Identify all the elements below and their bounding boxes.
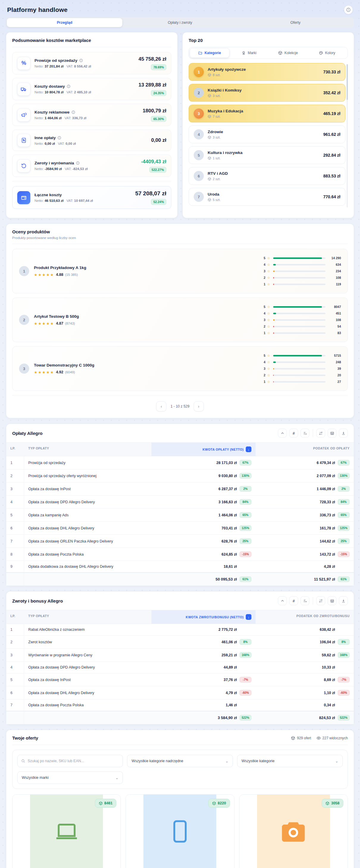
download-icon[interactable] bbox=[339, 596, 348, 605]
pagination-prev-button[interactable]: ‹ bbox=[156, 401, 166, 411]
category-select[interactable]: Wszystkie kategorie⌄ bbox=[237, 755, 343, 767]
top20-scrollbar[interactable] bbox=[347, 64, 348, 208]
vat-label: VAT: bbox=[66, 64, 73, 68]
collapse-icon[interactable] bbox=[278, 429, 287, 438]
top20-tab-marki[interactable]: Marki bbox=[229, 48, 268, 58]
info-icon[interactable] bbox=[76, 161, 80, 165]
page-title: Platformy handlowe bbox=[7, 6, 67, 13]
top20-list-item[interactable]: 4 Zdrowie 3 szt. 961.62 zł bbox=[189, 125, 345, 143]
top20-list-item[interactable]: 7 Uroda 5 szt. 770.64 zł bbox=[189, 188, 345, 206]
eye-icon bbox=[316, 736, 321, 740]
fees-total-row: 50 095,53 zł61% 11 521,97 zł61% bbox=[6, 572, 354, 586]
fee-amount: 703,41 zł bbox=[222, 526, 237, 530]
sort-desc-icon[interactable]: ↓ bbox=[246, 614, 251, 620]
netto-label: Netto: bbox=[34, 90, 44, 94]
fee-type: Opłata za dostawę InPost bbox=[24, 674, 151, 685]
star-outline-icon: ☆ bbox=[267, 373, 270, 377]
return-tax: 59,62 zł bbox=[322, 653, 335, 657]
table-row: 6 Opłata za dostawę DHL Allegro Delivery… bbox=[6, 686, 354, 700]
offers-title: Twoje oferty bbox=[12, 736, 38, 741]
top20-list-item[interactable]: 2 Książki i Komiksy 3 szt. 352.42 zł bbox=[189, 84, 345, 102]
offers-count: 929 ofert bbox=[291, 736, 311, 740]
cost-row-label: Koszty dostawy bbox=[34, 84, 65, 89]
row-number: 5 bbox=[6, 508, 24, 521]
return-amount: 37,76 zł bbox=[224, 678, 237, 682]
star-count: 54 bbox=[327, 324, 341, 328]
rating-bar-row: 3 ☆ 234 bbox=[263, 269, 341, 273]
pagination-next-button[interactable]: › bbox=[194, 401, 204, 411]
folder-icon bbox=[198, 51, 202, 55]
sort-desc-icon[interactable]: ↓ bbox=[246, 446, 251, 452]
download-icon[interactable] bbox=[339, 429, 348, 438]
star-level: 1 bbox=[263, 282, 266, 286]
top20-list-item[interactable]: 1 Artykuły spożywcze 8 szt. 730.33 zł bbox=[189, 63, 345, 81]
top20-list-item[interactable]: 3 Muzyka i Edukacja 7 szt. 465.19 zł bbox=[189, 105, 345, 122]
top20-list-item[interactable]: 6 RTV i AGD 2 szt. 883.53 zł bbox=[189, 167, 345, 185]
box-icon bbox=[212, 801, 216, 805]
quantity-label: 2 szt. bbox=[213, 177, 220, 181]
returns-table-body: 1 Rabat AlleObniżka z oznaczeniem 2 775,… bbox=[6, 624, 354, 711]
brand-select[interactable]: Wszystkie marki⌄ bbox=[17, 771, 123, 784]
page-header: Platformy handlowe bbox=[6, 4, 354, 17]
info-icon[interactable] bbox=[67, 85, 71, 88]
star-count: 248 bbox=[327, 360, 341, 364]
fee-type: Wyrównanie w programie Allegro Ceny bbox=[24, 650, 151, 661]
chevron-down-icon: ⌄ bbox=[335, 759, 338, 763]
top20-tab-kolekcje[interactable]: Kolekcje bbox=[269, 48, 308, 58]
parent-category-select[interactable]: Wszystkie kategorie nadrzędne⌄ bbox=[127, 755, 233, 767]
clear-list-icon[interactable] bbox=[301, 596, 309, 605]
table-view-icon[interactable] bbox=[328, 596, 336, 605]
clear-list-icon[interactable] bbox=[301, 429, 309, 438]
tab-oferty[interactable]: Oferty bbox=[238, 18, 353, 27]
fee-tax: 336,73 zł bbox=[320, 513, 335, 517]
top20-tab-kolory[interactable]: Kolory bbox=[308, 48, 347, 58]
offer-search[interactable] bbox=[17, 755, 123, 767]
row-number: 3 bbox=[6, 483, 24, 495]
info-icon[interactable] bbox=[79, 59, 83, 62]
fee-tax: 161,78 zł bbox=[320, 526, 335, 530]
total-tax-badge: 61% bbox=[338, 577, 350, 582]
pagination-label: 1 - 10 z 529 bbox=[170, 404, 189, 408]
fee-type: Opłata za dostawę ORLEN Paczka Allegro D… bbox=[24, 536, 151, 547]
rating-distribution: 5 ☆ 8047 4 ☆ 451 bbox=[263, 305, 341, 335]
star-level: 2 bbox=[263, 276, 266, 279]
amount-percent-badge: -60% bbox=[240, 690, 251, 695]
top20-tab-kategorie[interactable]: Kategorie bbox=[190, 48, 229, 58]
star-level: 5 bbox=[263, 305, 266, 309]
fee-type: Prowizja od sprzedaży oferty wyróżnionej bbox=[24, 470, 151, 482]
numbers-icon[interactable]: # bbox=[289, 429, 298, 438]
fee-type: Opłata za kampanię Ads bbox=[24, 509, 151, 521]
tab-przeglad[interactable]: Przegląd bbox=[7, 18, 122, 27]
top20-list-item[interactable]: 5 Kultura i rozrywka 1 szt. 292.84 zł bbox=[189, 146, 345, 164]
rating-bar-row: 5 ☆ 8047 bbox=[263, 305, 341, 309]
row-number: 8 bbox=[6, 548, 24, 561]
cost-row-amount: -4409,43 zł bbox=[141, 159, 166, 165]
table-row: 5 Opłata za kampanię Ads 1 464,06 zł65% … bbox=[6, 508, 354, 522]
filter-icon[interactable] bbox=[316, 596, 325, 605]
vat-label: VAT: bbox=[64, 167, 72, 170]
info-icon[interactable] bbox=[72, 110, 75, 114]
returns-total-row: 3 584,90 zł522% 824,53 zł522% bbox=[6, 711, 354, 724]
cost-row-label: Prowizje od sprzedaży bbox=[34, 58, 77, 63]
offer-card: 8461 Produkt Przykładowy A 1kg 590523745… bbox=[12, 794, 121, 868]
cost-summary-card: Podsumowanie kosztów marketplace % bbox=[6, 32, 177, 218]
info-icon[interactable] bbox=[57, 136, 61, 140]
netto-value: 1 464,06 zł bbox=[45, 116, 62, 120]
percent-icon: % bbox=[21, 60, 26, 66]
cost-summary-list: % Prowizje od sprzedaży Netto: 37 201,84… bbox=[12, 52, 171, 177]
collapse-icon[interactable] bbox=[278, 596, 287, 605]
rating-bar-row: 1 ☆ 83 bbox=[263, 331, 341, 335]
tax-percent-badge: -7% bbox=[338, 677, 350, 683]
numbers-icon[interactable]: # bbox=[289, 596, 298, 605]
filter-icon[interactable] bbox=[316, 429, 325, 438]
col-type: TYP OPŁATY bbox=[24, 443, 151, 456]
total-amount: 3 584,90 zł bbox=[218, 715, 237, 720]
box-icon bbox=[99, 801, 103, 805]
tab-oplaty-i-zwroty[interactable]: Opłaty i zwroty bbox=[122, 18, 238, 27]
page-info-button[interactable] bbox=[344, 5, 353, 14]
search-input[interactable] bbox=[28, 759, 119, 763]
cost-row-percent-badge: 65.30% bbox=[151, 116, 166, 122]
palette-icon bbox=[319, 51, 323, 55]
cost-row-icon bbox=[17, 134, 30, 147]
table-view-icon[interactable] bbox=[328, 429, 336, 438]
